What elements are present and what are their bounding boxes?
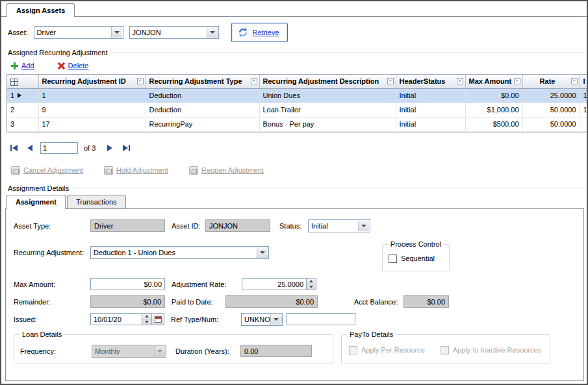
spinner-up-icon[interactable] xyxy=(307,279,316,284)
delete-button[interactable]: Delete xyxy=(58,62,89,69)
top-tabstrip: Assign Assets xyxy=(1,1,587,17)
prev-page-icon[interactable] xyxy=(24,143,36,153)
assigned-section-title: Assigned Recurring Adjustment xyxy=(8,49,107,56)
column-pin-icon[interactable] xyxy=(251,78,257,84)
max-amount-input[interactable] xyxy=(90,278,165,290)
next-page-icon[interactable] xyxy=(104,143,116,153)
asset-type-field: Driver xyxy=(90,219,165,232)
acct-balance-label: Acct Balance: xyxy=(354,298,403,306)
status-combo[interactable]: Initial xyxy=(308,219,370,232)
column-pin-icon[interactable] xyxy=(514,78,520,84)
row-number: 3 xyxy=(10,120,14,128)
asset-type-combo-button[interactable] xyxy=(111,27,122,38)
ref-type-combo-button[interactable] xyxy=(270,314,281,325)
grid-cell: Deduction xyxy=(146,88,259,103)
column-pin-icon[interactable] xyxy=(571,78,578,84)
col-header-recurring-adjustment-type[interactable]: Recurring Adjustment Type xyxy=(146,75,259,88)
delete-button-label: Delete xyxy=(68,62,89,69)
spinner-down-icon[interactable] xyxy=(307,284,316,290)
adjustment-rate-input[interactable] xyxy=(242,278,307,290)
sequential-label: Sequential xyxy=(401,255,435,262)
reopen-adjustment-icon xyxy=(189,166,198,175)
grid-cell: Bonus - Per pay xyxy=(259,117,396,131)
grid-cell: Initial xyxy=(396,103,465,117)
col-header-clipped[interactable]: I xyxy=(580,75,588,88)
row-selector[interactable]: 2 xyxy=(7,103,38,117)
row-selector[interactable]: 3 xyxy=(7,117,38,131)
grid-cell: 50.0000 xyxy=(522,117,580,131)
recurring-adjustment-combo-button[interactable] xyxy=(257,247,268,258)
duration-field: 0.00 xyxy=(240,345,312,357)
column-pin-icon[interactable] xyxy=(137,78,144,84)
tab-assign-assets-label: Assign Assets xyxy=(16,6,65,14)
delete-icon xyxy=(58,62,65,69)
calendar-button[interactable] xyxy=(152,313,164,325)
first-page-icon[interactable] xyxy=(8,143,19,153)
col-header-recurring-adjustment-id[interactable]: Recurring Adjustment ID xyxy=(38,75,146,88)
row-selector[interactable]: 1 xyxy=(7,88,38,103)
status-combo-button[interactable] xyxy=(358,221,369,231)
grid-cell: Deduction xyxy=(146,103,259,117)
row-number: 1 xyxy=(10,92,14,99)
col-header-rate[interactable]: Rate xyxy=(522,75,580,88)
grid-corner-header[interactable] xyxy=(7,75,38,88)
asset-id-combo[interactable]: JONJON xyxy=(129,26,219,39)
col-header-max-amount[interactable]: Max Amount xyxy=(465,75,522,88)
sequential-checkbox[interactable] xyxy=(389,255,397,263)
hold-adjustment-icon xyxy=(104,166,113,175)
col-header-headerstatus[interactable]: HeaderStatus xyxy=(396,75,465,88)
ref-type-combo[interactable]: UNKNOWN xyxy=(241,313,283,326)
refresh-icon xyxy=(237,27,249,38)
section-divider xyxy=(73,188,585,188)
recurring-adjustment-combo[interactable]: Deduction 1 - Union Dues xyxy=(90,246,269,259)
tab-assignment[interactable]: Assignment xyxy=(6,195,66,209)
asset-type-combo[interactable]: Driver xyxy=(34,26,123,39)
ref-num-input[interactable] xyxy=(287,313,355,325)
row-number: 2 xyxy=(10,106,14,114)
issued-label: Issued: xyxy=(14,316,90,323)
asset-id-field: JONJON xyxy=(205,219,270,232)
tab-transactions[interactable]: Transactions xyxy=(67,195,126,208)
chevron-down-icon xyxy=(210,31,215,34)
cancel-adjustment-button[interactable]: Cancel Adjustment xyxy=(11,166,83,175)
recurring-adjustment-combo-value: Deduction 1 - Union Dues xyxy=(94,249,268,256)
adjustment-rate-spinner[interactable] xyxy=(307,278,316,290)
table-row[interactable]: 2 9 Deduction Loan Trailer Initial $1,00… xyxy=(7,103,588,117)
table-row[interactable]: 3 17 RecurringPay Bonus - Per pay Initia… xyxy=(7,117,588,131)
calendar-icon xyxy=(155,316,162,323)
hold-adjustment-button[interactable]: Hold Adjustment xyxy=(104,166,168,175)
duration-label: Duration (Years): xyxy=(175,347,240,355)
retrieve-button[interactable]: Retrieve xyxy=(231,23,288,42)
reopen-adjustment-button[interactable]: Reopen Adjustment xyxy=(189,166,264,175)
chevron-down-icon xyxy=(157,350,162,353)
tab-assign-assets[interactable]: Assign Assets xyxy=(6,3,75,17)
page-number-input[interactable] xyxy=(40,142,78,154)
retrieve-button-label: Retrieve xyxy=(253,29,279,36)
remainder-field: $0.00 xyxy=(90,295,165,308)
grid-cell: 10 xyxy=(580,88,588,103)
recurring-adjustment-grid: Recurring Adjustment ID Recurring Adjust… xyxy=(6,74,588,132)
col-header-label: Recurring Adjustment ID xyxy=(42,77,126,85)
spinner-up-icon[interactable] xyxy=(142,314,151,319)
col-header-recurring-adjustment-description[interactable]: Recurring Adjustment Description xyxy=(259,75,396,88)
add-button[interactable]: Add xyxy=(11,62,34,69)
cancel-adjustment-label: Cancel Adjustment xyxy=(23,166,83,174)
row-pointer-icon xyxy=(18,93,21,98)
table-row[interactable]: 1 1 Deduction Union Dues Initial $0.00 2… xyxy=(7,88,588,103)
grid-cell: $500.00 xyxy=(465,117,522,131)
frequency-combo: Monthly xyxy=(92,345,166,358)
grid-selector-icon xyxy=(10,79,18,86)
issued-date-spinner[interactable] xyxy=(142,313,152,325)
spinner-down-icon[interactable] xyxy=(142,319,151,325)
grid-cell: Loan Trailer xyxy=(259,103,396,117)
reopen-adjustment-label: Reopen Adjustment xyxy=(201,166,264,174)
grid-cell: 12 xyxy=(580,103,588,117)
max-amount-label: Max Amount: xyxy=(14,280,90,288)
grid-cell: 1 xyxy=(38,88,146,103)
issued-date-input[interactable] xyxy=(90,313,142,325)
asset-id-combo-button[interactable] xyxy=(207,27,218,38)
column-pin-icon[interactable] xyxy=(387,78,394,84)
last-page-icon[interactable] xyxy=(120,143,132,153)
column-pin-icon[interactable] xyxy=(457,78,463,84)
process-control-group: Process Control Sequential xyxy=(382,244,450,271)
